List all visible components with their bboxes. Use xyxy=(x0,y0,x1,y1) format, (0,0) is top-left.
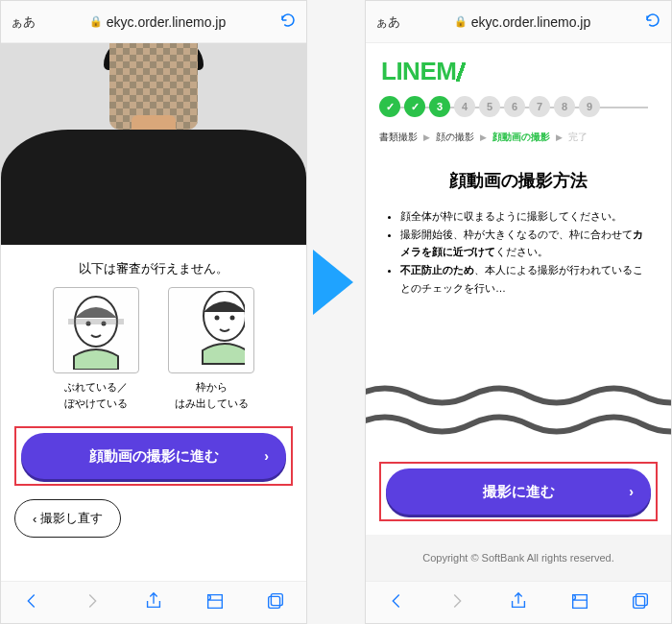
crumb-face: 顔の撮影 xyxy=(436,131,474,144)
forward-icon xyxy=(446,590,468,615)
step-1: ✓ xyxy=(379,96,400,117)
transition-arrow-icon xyxy=(313,250,353,315)
retake-label: 撮影し直す xyxy=(40,510,103,527)
chevron-right-icon: › xyxy=(629,484,634,499)
lock-icon: 🔒 xyxy=(454,15,468,28)
safari-top-bar: ぁあ 🔒 ekyc.order.linemo.jp xyxy=(1,1,306,43)
step-9: 9 xyxy=(579,96,600,117)
phone-right-screen: ぁあ 🔒 ekyc.order.linemo.jp LINEM ✓ ✓ 3 4 … xyxy=(365,0,672,624)
ng-example-blurry: ぶれている／ ぼやけている xyxy=(53,287,139,411)
safari-top-bar: ぁあ 🔒 ekyc.order.linemo.jp xyxy=(366,1,671,43)
share-icon[interactable] xyxy=(143,590,164,615)
right-content: LINEM ✓ ✓ 3 4 5 6 7 8 9 書類撮影 ▶ 顔の撮影 ▶ 顔動… xyxy=(366,43,671,581)
proceed-to-capture-label: 撮影に進む xyxy=(483,483,555,501)
retake-button[interactable]: ‹ 撮影し直す xyxy=(14,499,121,538)
linemo-logo: LINEM xyxy=(366,43,671,96)
chevron-left-icon: ‹ xyxy=(33,512,36,526)
ng-example-blurry-label: ぶれている／ ぼやけている xyxy=(53,379,139,411)
proceed-to-video-label: 顔動画の撮影に進む xyxy=(89,447,219,466)
crumb-documents: 書類撮影 xyxy=(379,131,418,144)
chevron-right-icon: › xyxy=(264,448,269,464)
bookmarks-icon[interactable] xyxy=(569,590,590,615)
howto-title: 顔動画の撮影方法 xyxy=(366,169,671,192)
crumb-done: 完了 xyxy=(568,131,588,144)
truncation-wave-icon xyxy=(366,410,671,439)
text-size-control[interactable]: ぁあ xyxy=(375,13,400,31)
instruction-list: 顔全体が枠に収まるように撮影してください。 撮影開始後、枠が大きくなるので、枠に… xyxy=(366,207,671,297)
crumb-video-active: 顔動画の撮影 xyxy=(492,131,550,144)
outofframe-face-icon xyxy=(178,291,245,370)
svg-point-6 xyxy=(230,316,235,321)
svg-rect-7 xyxy=(272,593,283,605)
captured-face-photo xyxy=(1,43,306,245)
svg-rect-8 xyxy=(269,596,280,608)
svg-rect-9 xyxy=(636,593,648,605)
step-8: 8 xyxy=(554,96,575,117)
step-5: 5 xyxy=(479,96,500,117)
instruction-1: 顔全体が枠に収まるように撮影してください。 xyxy=(400,207,650,226)
tabs-icon[interactable] xyxy=(265,590,286,615)
tabs-icon[interactable] xyxy=(630,590,651,615)
chevron-right-icon: ▶ xyxy=(480,132,487,142)
review-warning-text: 以下は審査が行えません。 xyxy=(1,260,306,277)
svg-point-4 xyxy=(204,291,245,341)
blurry-face-icon xyxy=(62,291,130,370)
url-bar[interactable]: 🔒 ekyc.order.linemo.jp xyxy=(408,14,636,30)
copyright-text: Copyright © SoftBank All rights reserved… xyxy=(366,535,671,581)
progress-steps: ✓ ✓ 3 4 5 6 7 8 9 xyxy=(366,96,671,131)
back-icon[interactable] xyxy=(386,590,407,615)
step-2: ✓ xyxy=(404,96,425,117)
cta-highlight-box: 顔動画の撮影に進む › xyxy=(14,426,293,486)
forward-icon xyxy=(82,590,103,615)
breadcrumb: 書類撮影 ▶ 顔の撮影 ▶ 顔動画の撮影 ▶ 完了 xyxy=(366,131,671,159)
step-4: 4 xyxy=(454,96,475,117)
bookmarks-icon[interactable] xyxy=(204,590,226,615)
cta-highlight-box: 撮影に進む › xyxy=(379,462,658,521)
text-size-control[interactable]: ぁあ xyxy=(11,13,36,31)
chevron-right-icon: ▶ xyxy=(556,132,563,142)
phone-left-screen: ぁあ 🔒 ekyc.order.linemo.jp 以下は審査が行えません。 xyxy=(0,0,307,624)
svg-point-5 xyxy=(215,316,220,321)
instruction-2: 撮影開始後、枠が大きくなるので、枠に合わせてカメラを顔に近づけてください。 xyxy=(400,226,650,261)
ng-examples: ぶれている／ ぼやけている 枠から はみ出している xyxy=(1,287,306,411)
svg-rect-10 xyxy=(634,596,645,608)
ng-example-outofframe: 枠から はみ出している xyxy=(168,287,254,411)
url-text: ekyc.order.linemo.jp xyxy=(107,14,227,30)
step-6: 6 xyxy=(504,96,525,117)
proceed-to-capture-button[interactable]: 撮影に進む › xyxy=(386,468,651,515)
step-7: 7 xyxy=(529,96,550,117)
reload-icon[interactable] xyxy=(644,12,661,33)
back-icon[interactable] xyxy=(21,590,42,615)
truncation-wave-icon xyxy=(366,381,671,410)
safari-bottom-bar xyxy=(366,581,671,623)
step-3: 3 xyxy=(429,96,450,117)
url-text: ekyc.order.linemo.jp xyxy=(471,14,591,30)
proceed-to-video-button[interactable]: 顔動画の撮影に進む › xyxy=(21,433,286,479)
share-icon[interactable] xyxy=(508,590,529,615)
reload-icon[interactable] xyxy=(279,12,297,33)
left-content: 以下は審査が行えません。 ぶれている／ ぼやけている xyxy=(1,43,306,581)
url-bar[interactable]: 🔒 ekyc.order.linemo.jp xyxy=(43,14,272,30)
ng-example-outofframe-label: 枠から はみ出している xyxy=(168,379,254,411)
chevron-right-icon: ▶ xyxy=(423,132,430,142)
safari-bottom-bar xyxy=(1,581,306,623)
lock-icon: 🔒 xyxy=(89,15,103,28)
instruction-3: 不正防止のため、本人による撮影が行われていることのチェックを行い… xyxy=(400,261,650,297)
